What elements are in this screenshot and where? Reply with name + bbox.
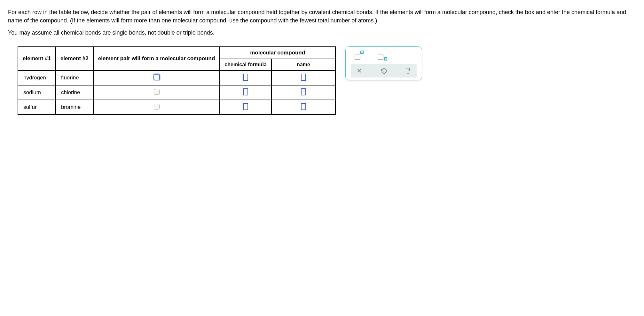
row3-element1: sulfur [18, 100, 56, 115]
header-name: name [271, 59, 335, 70]
header-element-1: element #1 [18, 47, 56, 70]
table-row: sulfur bromine [18, 100, 335, 115]
row3-element2: bromine [56, 100, 93, 115]
header-formula: chemical formula [220, 59, 271, 70]
row3-formula-input[interactable] [243, 103, 248, 110]
header-element-2: element #2 [56, 47, 93, 70]
instruction-text-1: For each row in the table below, decide … [8, 8, 636, 25]
superscript-button[interactable] [354, 51, 364, 60]
row3-checkbox[interactable] [154, 104, 160, 109]
row1-checkbox[interactable] [153, 74, 160, 80]
row3-name-input[interactable] [301, 103, 306, 110]
row2-formula-input[interactable] [243, 88, 248, 95]
row1-element2: fluorine [56, 70, 93, 85]
row2-checkbox[interactable] [154, 89, 160, 95]
toolbox [345, 46, 422, 80]
row1-name-input[interactable] [301, 74, 306, 81]
row2-element2: chlorine [56, 85, 93, 100]
row1-formula-input[interactable] [243, 74, 248, 81]
header-will-form: element pair will form a molecular compo… [93, 47, 220, 70]
header-molecular-compound: molecular compound [220, 47, 335, 59]
compound-table: element #1 element #2 element pair will … [18, 46, 336, 115]
row2-element1: sodium [18, 85, 56, 100]
row1-element1: hydrogen [18, 70, 56, 85]
table-row: hydrogen fluorine [18, 70, 335, 85]
instruction-text-2: You may assume all chemical bonds are si… [8, 28, 636, 37]
help-button[interactable] [404, 67, 413, 75]
table-row: sodium chlorine [18, 85, 335, 100]
row2-name-input[interactable] [301, 88, 306, 95]
close-button[interactable] [355, 67, 364, 75]
undo-button[interactable] [379, 67, 389, 75]
subscript-button[interactable] [377, 51, 387, 60]
